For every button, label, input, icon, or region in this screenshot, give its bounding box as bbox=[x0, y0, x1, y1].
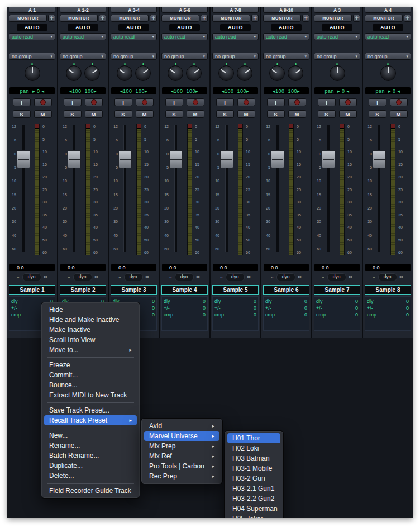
automation-mode-selector[interactable]: auto read ▾ bbox=[111, 33, 157, 40]
insert-slot[interactable]: cmp 0 bbox=[164, 311, 206, 318]
pan-knob-right[interactable] bbox=[135, 65, 151, 81]
monitor-button[interactable]: MONITOR bbox=[60, 15, 98, 22]
input-monitor-button[interactable]: I bbox=[64, 98, 82, 106]
solo-button[interactable]: S bbox=[165, 110, 183, 118]
menu-item[interactable]: Pro Tools | Carbon ▸ bbox=[144, 461, 219, 471]
insert-slot[interactable]: dly 0 bbox=[214, 298, 256, 305]
insert-slot[interactable]: cmp 0 bbox=[265, 311, 307, 318]
mute-button[interactable]: M bbox=[288, 110, 306, 118]
menu-item[interactable]: H05 Joker bbox=[227, 514, 280, 518]
output-path-button[interactable]: A 1 bbox=[9, 7, 55, 13]
pan-knob-left[interactable] bbox=[218, 65, 234, 81]
insert-slot[interactable]: +/- 0 bbox=[265, 305, 307, 311]
track-name[interactable]: Sample 8 bbox=[365, 285, 411, 295]
group-selector[interactable]: no group ▾ bbox=[365, 53, 411, 60]
track-view-selector[interactable]: dyn bbox=[175, 273, 194, 281]
automation-mode-selector[interactable]: auto read ▾ bbox=[161, 33, 208, 40]
track-view-selector[interactable]: dyn bbox=[73, 273, 92, 281]
collapse-caret-icon[interactable]: ⌄ bbox=[270, 275, 274, 279]
automation-mode-selector[interactable]: auto read ▾ bbox=[365, 33, 411, 40]
track-name[interactable]: Sample 7 bbox=[314, 285, 360, 295]
pan-value-display[interactable]: ◂100 100▸ bbox=[264, 87, 309, 94]
insert-slot[interactable]: +/- 0 bbox=[316, 305, 358, 311]
plus-icon[interactable]: ✛ bbox=[353, 15, 360, 22]
menu-item[interactable]: Mix Ref ▸ bbox=[144, 451, 219, 461]
menu-item[interactable]: Mix Prep ▸ bbox=[144, 441, 219, 451]
pan-knob-left[interactable] bbox=[168, 65, 183, 81]
menu-item[interactable]: Rename... bbox=[44, 440, 137, 451]
menu-item[interactable]: Scroll Into View bbox=[44, 335, 137, 345]
menu-item[interactable]: Extract MIDI to New Track bbox=[44, 390, 137, 400]
fader-handle[interactable] bbox=[118, 150, 132, 168]
volume-display[interactable]: 0.0 bbox=[9, 264, 55, 271]
record-enable-button[interactable] bbox=[187, 98, 204, 106]
plus-icon[interactable]: ✛ bbox=[201, 15, 208, 22]
insert-slot[interactable]: +/- 0 bbox=[367, 305, 409, 311]
group-selector[interactable]: no group ▾ bbox=[161, 53, 208, 60]
pan-value-display[interactable]: ◂100 100▸ bbox=[162, 87, 207, 94]
solo-button[interactable]: S bbox=[13, 110, 31, 118]
expand-arrows-icon[interactable]: ≫ bbox=[399, 274, 404, 279]
insert-slot[interactable]: dly 0 bbox=[316, 298, 358, 305]
output-path-button[interactable]: A 9-10 bbox=[263, 7, 309, 13]
plus-icon[interactable]: ✛ bbox=[302, 15, 309, 22]
fader-handle[interactable] bbox=[271, 150, 284, 168]
automation-mode-selector[interactable]: auto read ▾ bbox=[60, 33, 106, 40]
track-name[interactable]: Sample 1 bbox=[9, 285, 55, 295]
pan-knob-right[interactable] bbox=[186, 65, 202, 81]
output-path-button[interactable]: A 3-4 bbox=[111, 7, 157, 13]
menu-item[interactable]: H01 Thor bbox=[227, 433, 280, 443]
record-enable-button[interactable] bbox=[339, 98, 357, 106]
menu-item[interactable]: H03-1 Mobile bbox=[227, 463, 280, 473]
group-selector[interactable]: no group ▾ bbox=[314, 53, 360, 60]
fader-handle[interactable] bbox=[373, 150, 386, 168]
record-enable-button[interactable] bbox=[136, 98, 154, 106]
fader-handle[interactable] bbox=[322, 150, 335, 168]
pan-knob-left[interactable] bbox=[117, 65, 132, 81]
menu-item[interactable]: Marvel Universe ▸ bbox=[144, 431, 219, 441]
group-selector[interactable]: no group ▾ bbox=[212, 53, 259, 60]
group-selector[interactable]: no group ▾ bbox=[9, 53, 55, 60]
fader-handle[interactable] bbox=[17, 150, 30, 168]
menu-item[interactable]: New... bbox=[44, 430, 137, 440]
menu-item[interactable]: H03-2 Gun bbox=[227, 473, 280, 484]
menu-item[interactable]: H03 Batman bbox=[227, 453, 280, 463]
automation-mode-selector[interactable]: auto read ▾ bbox=[263, 33, 309, 40]
solo-button[interactable]: S bbox=[64, 110, 82, 118]
solo-button[interactable]: S bbox=[267, 110, 285, 118]
monitor-button[interactable]: MONITOR bbox=[212, 15, 250, 22]
plus-icon[interactable]: ✛ bbox=[99, 15, 106, 22]
solo-button[interactable]: S bbox=[318, 110, 336, 118]
collapse-caret-icon[interactable]: ⌄ bbox=[321, 275, 325, 279]
track-view-selector[interactable]: dyn bbox=[327, 273, 346, 281]
track-name[interactable]: Sample 4 bbox=[161, 285, 208, 295]
collapse-caret-icon[interactable]: ⌄ bbox=[169, 275, 173, 279]
mute-button[interactable]: M bbox=[34, 110, 52, 118]
pan-knob-right[interactable] bbox=[288, 65, 303, 81]
expand-arrows-icon[interactable]: ≫ bbox=[145, 274, 150, 279]
expand-arrows-icon[interactable]: ≫ bbox=[44, 274, 48, 279]
menu-item[interactable]: Save Track Preset... bbox=[44, 405, 137, 415]
menu-item[interactable]: H03-2.2 Gun2 bbox=[227, 494, 280, 504]
expand-arrows-icon[interactable]: ≫ bbox=[196, 274, 201, 279]
input-monitor-button[interactable]: I bbox=[318, 98, 336, 106]
track-view-selector[interactable]: dyn bbox=[226, 273, 245, 281]
volume-display[interactable]: 0.0 bbox=[111, 264, 156, 271]
group-selector[interactable]: no group ▾ bbox=[60, 53, 106, 60]
automation-mode-selector[interactable]: auto read ▾ bbox=[9, 33, 55, 40]
insert-slot[interactable]: cmp 0 bbox=[367, 311, 409, 318]
monitor-button[interactable]: MONITOR bbox=[365, 15, 403, 22]
pan-knob-right[interactable] bbox=[84, 65, 100, 81]
output-path-button[interactable]: A 5-6 bbox=[161, 7, 208, 13]
pan-value-display[interactable]: pan ▸ 0 ◂ bbox=[314, 87, 360, 94]
plus-icon[interactable]: ✛ bbox=[404, 15, 411, 22]
pan-value-display[interactable]: ◂100 100▸ bbox=[111, 87, 156, 94]
track-name[interactable]: Sample 2 bbox=[60, 285, 106, 295]
pan-value-display[interactable]: pan ▸ 0 ◂ bbox=[365, 87, 411, 94]
menu-item[interactable]: Delete... bbox=[44, 471, 137, 481]
input-monitor-button[interactable]: I bbox=[114, 98, 132, 106]
menu-item[interactable]: Commit... bbox=[44, 370, 137, 380]
menu-item[interactable]: Avid ▸ bbox=[144, 421, 219, 431]
record-enable-button[interactable] bbox=[34, 98, 52, 106]
input-monitor-button[interactable]: I bbox=[216, 98, 234, 106]
